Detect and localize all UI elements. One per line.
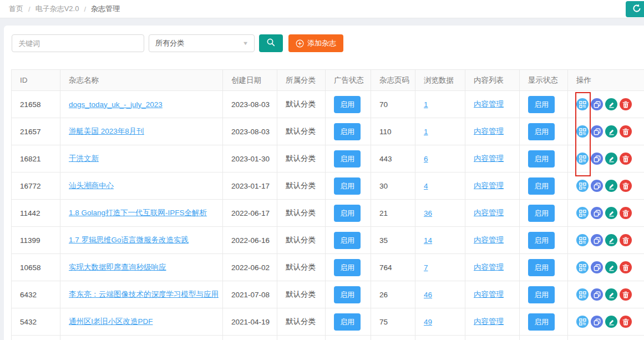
views-link[interactable]: 14 <box>424 236 432 245</box>
qrcode-button[interactable] <box>576 180 589 192</box>
edit-button[interactable] <box>605 207 617 219</box>
views-link[interactable]: 36 <box>424 209 432 217</box>
edit-button[interactable] <box>605 261 617 273</box>
views-link[interactable]: 1 <box>424 100 428 109</box>
breadcrumb-ezine[interactable]: 电子杂志V2.0 <box>36 4 79 14</box>
content-manage-link[interactable]: 内容管理 <box>474 154 504 163</box>
ad-status-button[interactable]: 启用 <box>334 177 361 195</box>
display-status-button[interactable]: 启用 <box>528 205 555 222</box>
qrcode-button[interactable] <box>576 288 589 301</box>
ad-status-button[interactable]: 启用 <box>334 150 361 168</box>
delete-button[interactable] <box>620 180 632 192</box>
qrcode-button[interactable] <box>576 207 589 219</box>
copy-button[interactable] <box>591 316 603 328</box>
display-status-button[interactable]: 启用 <box>528 177 555 195</box>
magazine-name-link[interactable]: dogs_today_uk_-_july_2023 <box>69 100 163 109</box>
ad-status-button[interactable]: 启用 <box>334 259 361 276</box>
display-status-button[interactable]: 启用 <box>528 232 555 249</box>
magazine-name-link[interactable]: 通州区l老旧小区改造PDF <box>69 317 153 326</box>
qrcode-button[interactable] <box>576 125 589 138</box>
qrcode-button[interactable] <box>576 234 589 246</box>
copy-button[interactable] <box>591 180 603 192</box>
cell-category: 默认分类 <box>277 91 326 118</box>
delete-button[interactable] <box>620 207 632 219</box>
ad-status-button[interactable]: 启用 <box>334 123 361 140</box>
keyword-input[interactable] <box>12 34 144 52</box>
copy-button[interactable] <box>591 98 603 110</box>
delete-button[interactable] <box>620 153 632 165</box>
magazine-name-link[interactable]: 游艇美国 2023年8月刊 <box>69 127 144 135</box>
qrcode-button[interactable] <box>576 153 589 165</box>
content-manage-link[interactable]: 内容管理 <box>474 127 504 135</box>
display-status-button[interactable]: 启用 <box>528 313 555 331</box>
search-button[interactable] <box>259 34 283 52</box>
views-link[interactable]: 46 <box>424 291 432 299</box>
display-status-button[interactable]: 启用 <box>528 150 555 168</box>
copy-button[interactable] <box>591 207 603 219</box>
category-select[interactable]: 所有分类 ▼ <box>149 34 255 52</box>
magazine-name-link[interactable]: 李东亮：云端图像技术的深度学习模型与应用 <box>69 290 219 298</box>
cell-id: 16821 <box>12 145 60 172</box>
delete-button[interactable] <box>620 288 632 301</box>
cell-content: 内容管理 <box>465 172 520 200</box>
qrcode-button[interactable] <box>576 98 589 110</box>
ad-status-button[interactable]: 启用 <box>334 313 361 331</box>
ad-status-button[interactable]: 启用 <box>334 96 361 113</box>
cell-actions <box>568 118 644 145</box>
cell-category: 默认分类 <box>277 281 326 308</box>
cell-date: 2021-04-19 <box>223 308 277 336</box>
magazine-name-link[interactable]: 实现大数据即席查询秒级响应 <box>69 263 166 271</box>
content-manage-link[interactable]: 内容管理 <box>474 317 504 326</box>
views-link[interactable]: 6 <box>424 155 428 163</box>
add-magazine-button[interactable]: 添加杂志 <box>288 34 343 52</box>
edit-button[interactable] <box>605 125 617 138</box>
edit-button[interactable] <box>605 153 617 165</box>
magazine-name-link[interactable]: 1.7 罗辑思维Go语言微服务改造实践 <box>69 236 189 244</box>
content-manage-link[interactable]: 内容管理 <box>474 236 504 244</box>
delete-button[interactable] <box>620 125 632 138</box>
magazine-name-link[interactable]: 汕头潮商中心 <box>69 181 114 190</box>
qrcode-icon <box>579 210 586 217</box>
content-manage-link[interactable]: 内容管理 <box>474 100 504 108</box>
qrcode-button[interactable] <box>576 316 589 328</box>
views-link[interactable]: 4 <box>424 182 428 190</box>
content-manage-link[interactable]: 内容管理 <box>474 181 504 190</box>
ad-status-button[interactable]: 启用 <box>334 232 361 249</box>
delete-button[interactable] <box>620 316 632 328</box>
qrcode-button[interactable] <box>576 261 589 273</box>
display-status-button[interactable]: 启用 <box>528 96 555 113</box>
cell-content: 内容管理 <box>465 91 520 118</box>
edit-button[interactable] <box>605 288 617 301</box>
ad-status-button[interactable]: 启用 <box>334 286 361 303</box>
breadcrumb-home[interactable]: 首页 <box>9 4 23 14</box>
views-link[interactable]: 1 <box>424 128 428 136</box>
magazine-name-link[interactable]: 于洪文新 <box>69 154 99 163</box>
copy-button[interactable] <box>591 125 603 138</box>
delete-button[interactable] <box>620 234 632 246</box>
ad-status-button[interactable]: 启用 <box>334 205 361 222</box>
display-status-button[interactable]: 启用 <box>528 259 555 276</box>
edit-button[interactable] <box>605 316 617 328</box>
delete-button[interactable] <box>620 98 632 110</box>
delete-button[interactable] <box>620 261 632 273</box>
refresh-button[interactable] <box>626 1 644 17</box>
copy-button[interactable] <box>591 261 603 273</box>
copy-button[interactable] <box>591 234 603 246</box>
display-status-button[interactable]: 启用 <box>528 286 555 303</box>
copy-button[interactable] <box>591 153 603 165</box>
edit-button[interactable] <box>605 180 617 192</box>
content-manage-link[interactable]: 内容管理 <box>474 290 504 298</box>
views-link[interactable]: 49 <box>424 318 432 326</box>
cell-views: 14 <box>415 227 465 254</box>
display-status-button[interactable]: 启用 <box>528 123 555 140</box>
copy-button[interactable] <box>591 288 603 301</box>
edit-button[interactable] <box>605 98 617 110</box>
content-manage-link[interactable]: 内容管理 <box>474 263 504 271</box>
edit-button[interactable] <box>605 234 617 246</box>
add-magazine-label: 添加杂志 <box>307 38 336 48</box>
views-link[interactable]: 7 <box>424 263 428 272</box>
cell-date: 2021-07-08 <box>223 281 277 308</box>
content-manage-link[interactable]: 内容管理 <box>474 209 504 217</box>
magazine-name-link[interactable]: 1.8 Golang打造下一代互联网-IPFS全解析 <box>69 209 207 217</box>
qrcode-icon <box>579 318 586 326</box>
